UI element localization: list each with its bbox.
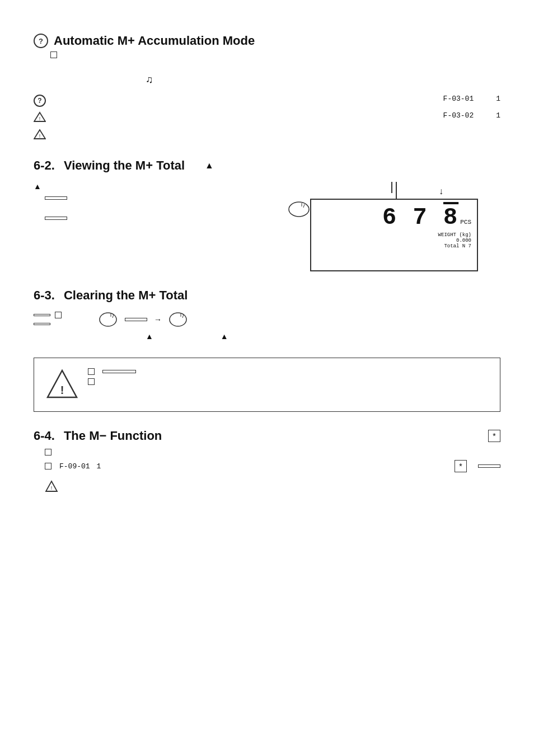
digit-6: 6 bbox=[382, 204, 397, 231]
section-64-number: 6-4. bbox=[34, 429, 55, 443]
caution-row-1 bbox=[88, 368, 489, 375]
section-63-right: → bbox=[99, 312, 188, 327]
warning-triangle-icon-2: ! bbox=[34, 111, 46, 124]
display-content: 6 7 8 PCS WEIGHT (kg) 0.000 Total N 7 bbox=[317, 204, 471, 266]
value-f0302: 1 bbox=[496, 111, 500, 120]
checkbox-63 bbox=[55, 312, 62, 318]
svg-point-4 bbox=[289, 202, 309, 217]
display-box: 6 7 8 PCS WEIGHT (kg) 0.000 Total N 7 bbox=[310, 199, 478, 271]
code-f0301: F-03-01 bbox=[443, 95, 474, 103]
arrow-up-63-1: ▲ bbox=[146, 332, 153, 341]
section-63-left bbox=[34, 312, 65, 325]
btn-small-63-1[interactable] bbox=[34, 314, 50, 316]
svg-point-10 bbox=[170, 313, 186, 326]
sub-row-1: ? F-03-01 1 bbox=[34, 95, 500, 107]
vertical-lines-row bbox=[288, 182, 500, 199]
code-f0901: F-09-01 bbox=[59, 462, 90, 471]
warning-circle-icon-2: ? bbox=[34, 95, 46, 107]
section-62-btn-row2 bbox=[45, 217, 285, 220]
caution-content bbox=[88, 368, 489, 388]
arrow-down-into-display: ↓ bbox=[439, 186, 443, 196]
section-63-header: 6-3. Clearing the M+ Total bbox=[34, 288, 500, 303]
display-unit: PCS bbox=[460, 219, 471, 226]
digit-8: 8 bbox=[443, 204, 458, 231]
arrow-up-62: ▲ bbox=[205, 161, 214, 171]
total-label-text: Total N bbox=[444, 243, 465, 249]
svg-text:!: ! bbox=[51, 485, 53, 491]
hand-icon-63-1 bbox=[99, 312, 118, 327]
vline-1 bbox=[391, 182, 392, 193]
section-62-header: 6-2. Viewing the M+ Total ▲ bbox=[34, 158, 500, 173]
value-f0301: 1 bbox=[496, 95, 500, 103]
section-62-row1: ▲ bbox=[34, 182, 285, 191]
section-64-row1 bbox=[45, 449, 500, 456]
checkbox-64-2 bbox=[45, 463, 51, 469]
hand-icon-63-2 bbox=[168, 312, 188, 327]
sub-row-2: ! F-03-02 1 bbox=[34, 111, 500, 124]
svg-text:!: ! bbox=[60, 384, 64, 396]
btn-rect-2[interactable] bbox=[45, 217, 67, 220]
music-note-row: ♫ bbox=[34, 74, 500, 86]
value-f0901: 1 bbox=[97, 462, 101, 471]
svg-line-6 bbox=[303, 204, 305, 208]
section-62-left: ▲ bbox=[34, 182, 285, 220]
caution-triangle-icon: ! bbox=[45, 368, 79, 401]
display-weight-value: 0.000 bbox=[317, 238, 471, 243]
section-64-row2: F-09-01 1 * bbox=[45, 460, 500, 472]
header-section: ? Automatic M+ Accumulation Mode bbox=[34, 34, 500, 58]
section-62-number: 6-2. bbox=[34, 158, 55, 173]
warning-circle-icon: ? bbox=[34, 34, 48, 48]
arrow-up-small-1: ▲ bbox=[34, 182, 41, 191]
arrow-right-63: → bbox=[154, 315, 162, 324]
header-checkbox-row bbox=[50, 51, 500, 58]
sub-row-2-content: F-03-02 1 bbox=[50, 111, 500, 120]
section-64: 6-4. The M− Function * F-09-01 1 * ! bbox=[34, 429, 500, 494]
caution-checkbox-1 bbox=[88, 368, 95, 375]
section-64-title: The M− Function bbox=[64, 429, 162, 443]
arrow-up-63-2: ▲ bbox=[221, 332, 228, 341]
total-value-text: 7 bbox=[469, 243, 471, 249]
btn-64-2[interactable] bbox=[478, 464, 500, 468]
sub-row-3: ! bbox=[34, 129, 500, 142]
section-64-warning: ! bbox=[45, 480, 500, 494]
section-63-left-row2 bbox=[34, 323, 65, 325]
btn-rect-63-3[interactable] bbox=[125, 318, 147, 321]
display-digits: 6 7 8 bbox=[382, 204, 458, 231]
hand-oval-icon bbox=[288, 201, 310, 218]
caution-box: ! bbox=[34, 358, 500, 412]
display-total-row: Total N 7 bbox=[317, 243, 471, 249]
btn-small-63-2[interactable] bbox=[34, 323, 50, 325]
section-63-content: → bbox=[34, 312, 500, 327]
warning-triangle-icon-3: ! bbox=[34, 129, 46, 142]
page-title: Automatic M+ Accumulation Mode bbox=[54, 34, 255, 48]
checkbox-icon-1 bbox=[50, 51, 57, 58]
caution-btn-1[interactable] bbox=[102, 370, 136, 373]
section-64-header: 6-4. The M− Function * bbox=[34, 429, 500, 443]
sub-row-1-content: F-03-01 1 bbox=[50, 95, 500, 103]
svg-point-7 bbox=[100, 313, 116, 326]
vline-2 bbox=[396, 182, 397, 199]
weight-value-text: 0.000 bbox=[456, 238, 471, 243]
svg-text:!: ! bbox=[39, 116, 41, 121]
star-box-64-2: * bbox=[455, 460, 467, 472]
section-63-number: 6-3. bbox=[34, 288, 55, 303]
star-box-64-1: * bbox=[488, 430, 500, 442]
svg-line-12 bbox=[182, 314, 184, 318]
music-note-icon: ♫ bbox=[146, 74, 500, 86]
caution-row-2 bbox=[88, 378, 489, 385]
warning-triangle-64: ! bbox=[45, 480, 58, 492]
btn-rect-1[interactable] bbox=[45, 196, 67, 200]
display-digits-row: 6 7 8 PCS bbox=[317, 204, 471, 231]
code-f0302: F-03-02 bbox=[443, 111, 474, 120]
section-63-arrows: ▲ ▲ bbox=[146, 332, 500, 341]
digit-7: 7 bbox=[413, 204, 428, 231]
checkbox-64-1 bbox=[45, 449, 51, 456]
section-63-title: Clearing the M+ Total bbox=[64, 288, 188, 303]
header-title-row: ? Automatic M+ Accumulation Mode bbox=[34, 34, 500, 48]
section-62: 6-2. Viewing the M+ Total ▲ ▲ bbox=[34, 158, 500, 271]
svg-text:!: ! bbox=[39, 133, 41, 139]
svg-line-9 bbox=[113, 314, 114, 318]
weight-label-text: WEIGHT (kg) bbox=[438, 232, 471, 238]
display-weight-label: WEIGHT (kg) bbox=[317, 232, 471, 238]
caution-checkbox-2 bbox=[88, 378, 95, 385]
